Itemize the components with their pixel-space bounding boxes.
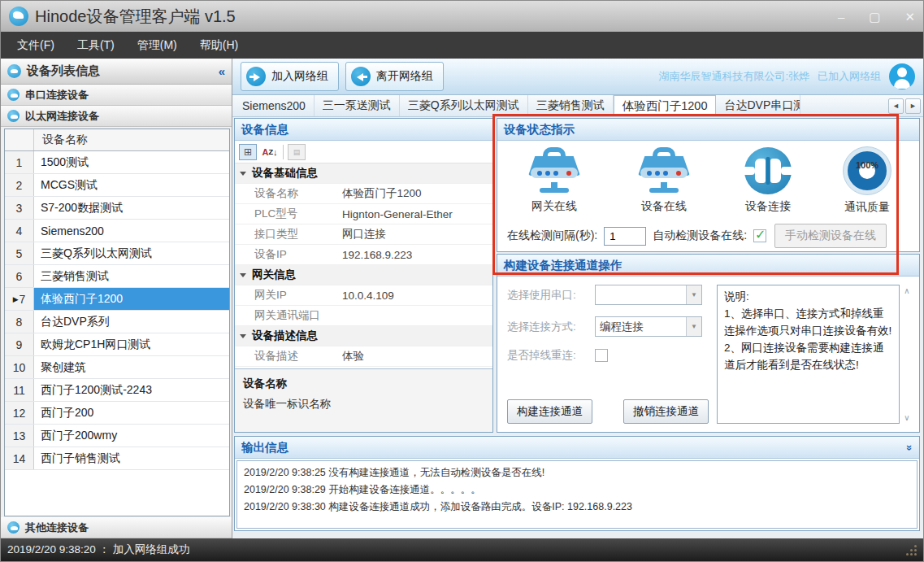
serial-port-select[interactable]: ▼ (595, 285, 702, 305)
category-name: 网关信息 (252, 268, 296, 282)
statusbar-text: 2019/2/20 9:38:20 ： 加入网络组成功 (7, 542, 189, 557)
menu-item-2[interactable]: 管理(M) (126, 33, 189, 58)
row-number-text: 10 (13, 361, 26, 374)
device-tabstrip: Siemens200三一泵送测试三菱Q系列以太网测试三菱销售测试体验西门子120… (232, 95, 923, 117)
device-name: 聚创建筑 (34, 356, 229, 378)
note-scrollbar[interactable]: ∧ ∨ (900, 285, 914, 424)
menu-item-0[interactable]: 文件(F) (6, 33, 66, 58)
device-name: 西门子1200测试-2243 (34, 379, 229, 401)
table-row[interactable]: 6三菱销售测试 (5, 265, 229, 288)
ethernet-devices-label: 以太网连接设备 (25, 109, 99, 124)
row-number-text: 9 (16, 338, 23, 351)
join-network-group-button[interactable]: 加入网络组 (241, 62, 339, 91)
maximize-button[interactable]: ▢ (869, 11, 880, 23)
user-avatar[interactable] (889, 63, 915, 89)
indicator-通讯质量: 100%通讯质量 (843, 146, 891, 215)
serial-port-label: 选择使用串口: (507, 288, 595, 303)
tab-体验西门子1200[interactable]: 体验西门子1200 (614, 95, 717, 116)
sidebar-header: 设备列表信息 « (1, 59, 232, 85)
minimize-button[interactable]: – (838, 11, 844, 23)
tab-三菱销售测试[interactable]: 三菱销售测试 (528, 95, 614, 116)
device-connect-icon (744, 147, 792, 194)
main-toolbar: 加入网络组 离开网络组 湖南华辰智通科技有限公司:张烨 已加入网络组 (232, 59, 923, 95)
device-name: 西门子销售测试 (34, 447, 229, 469)
table-row[interactable]: 12西门子200 (5, 402, 229, 425)
connect-mode-value: 编程连接 (596, 317, 686, 336)
tab-三一泵送测试[interactable]: 三一泵送测试 (315, 95, 400, 116)
table-row[interactable]: 11西门子1200测试-2243 (5, 379, 229, 402)
row-number: 10 (5, 356, 34, 378)
auto-detect-checkbox[interactable] (753, 229, 766, 242)
categorized-view-icon[interactable]: ⊞ (239, 144, 257, 160)
property-pages-icon[interactable]: ▤ (288, 144, 306, 160)
property-label: PLC型号 (254, 207, 342, 221)
alphabetical-sort-icon[interactable]: AZ↓ (261, 144, 279, 160)
serial-devices-icon (7, 89, 20, 101)
indicator-设备在线: 设备在线 (635, 147, 693, 214)
table-row[interactable]: 9欧姆龙CP1H网口测试 (5, 333, 229, 356)
property-row[interactable]: 网关通讯端口 (235, 306, 492, 326)
sidebar-item-other-devices[interactable]: 其他连接设备 (1, 517, 232, 538)
tab-三菱Q系列以太网测试[interactable]: 三菱Q系列以太网测试 (400, 95, 528, 116)
table-row[interactable]: 3S7-200数据测试 (5, 197, 229, 220)
row-number-text: 14 (13, 452, 26, 465)
row-number-text: 12 (13, 407, 26, 420)
reconnect-checkbox[interactable] (595, 349, 608, 362)
property-label: 设备描述 (254, 349, 342, 364)
table-row[interactable]: 4Siemens200 (5, 220, 229, 242)
chevron-down-icon[interactable]: ▼ (686, 285, 701, 304)
build-channel-button[interactable]: 构建连接通道 (507, 399, 592, 424)
selected-property-description: 设备唯一标识名称 (243, 397, 484, 412)
chevron-down-icon (240, 172, 246, 176)
table-row[interactable]: 11500测试 (5, 151, 229, 174)
tab-台达DVP串口测[interactable]: 台达DVP串口测 (716, 95, 800, 116)
table-row[interactable]: 8台达DVP系列 (5, 311, 229, 333)
statusbar: 2019/2/20 9:38:20 ： 加入网络组成功 (1, 538, 923, 561)
property-row[interactable]: 设备IP192.168.9.223 (235, 245, 492, 265)
table-row[interactable]: 10聚创建筑 (5, 356, 229, 379)
menu-item-3[interactable]: 帮助(H) (189, 33, 249, 58)
chevron-down-icon[interactable]: ▼ (686, 317, 701, 336)
indicator-网关在线: 网关在线 (525, 147, 583, 214)
sidebar-item-serial-devices[interactable]: 串口连接设备 (1, 85, 232, 106)
property-row[interactable]: 设备描述体验 (235, 346, 492, 367)
manual-detect-button[interactable]: 手动检测设备在线 (774, 224, 887, 248)
row-number: 1 (5, 151, 34, 173)
row-number: 8 (5, 311, 34, 333)
indicator-label: 网关在线 (531, 199, 577, 214)
tab-Siemens200[interactable]: Siemens200 (234, 95, 315, 116)
table-row[interactable]: 5三菱Q系列以太网测试 (5, 242, 229, 265)
resize-grip[interactable] (905, 544, 917, 555)
property-value: 网口连接 (342, 227, 492, 242)
category-name: 设备基础信息 (252, 166, 318, 181)
row-number: 6 (5, 265, 34, 287)
property-row[interactable]: 设备名称体验西门子1200 (235, 184, 492, 204)
output-collapse-icon[interactable]: » (904, 444, 916, 450)
close-button[interactable]: ✕ (904, 11, 915, 23)
table-row[interactable]: 2MCGS测试 (5, 174, 229, 197)
table-row[interactable]: 13西门子200wmy (5, 425, 229, 447)
property-category[interactable]: 网关信息 (235, 265, 492, 285)
device-list-icon (7, 64, 21, 78)
property-row[interactable]: 接口类型网口连接 (235, 224, 492, 245)
row-number-text: 5 (16, 247, 23, 260)
connect-mode-select[interactable]: 编程连接 ▼ (595, 316, 702, 337)
interval-input[interactable] (604, 227, 646, 246)
sidebar-item-ethernet-devices[interactable]: 以太网连接设备 (1, 106, 232, 127)
property-row[interactable]: PLC型号Hignton-General-Ether (235, 204, 492, 224)
menu-item-1[interactable]: 工具(T) (66, 33, 126, 58)
device-status-header: 设备状态指示 (497, 119, 919, 141)
tab-scroll-left-icon[interactable]: ◄ (888, 98, 904, 114)
revoke-channel-button[interactable]: 撤销连接通道 (623, 399, 709, 424)
property-category[interactable]: 设备基础信息 (235, 163, 492, 184)
table-row[interactable]: 14西门子销售测试 (5, 447, 229, 470)
sidebar-collapse-button[interactable]: « (219, 64, 225, 78)
scroll-down-icon[interactable]: ∨ (904, 413, 909, 422)
scroll-up-icon[interactable]: ∧ (904, 286, 909, 295)
leave-network-group-button[interactable]: 离开网络组 (345, 62, 444, 91)
property-category[interactable]: 设备描述信息 (235, 326, 492, 346)
tab-scroll-right-icon[interactable]: ► (905, 98, 921, 114)
property-row[interactable]: 网关IP10.0.4.109 (235, 285, 492, 306)
row-number-text: 13 (13, 429, 26, 442)
table-row[interactable]: ▶7体验西门子1200 (5, 288, 229, 311)
